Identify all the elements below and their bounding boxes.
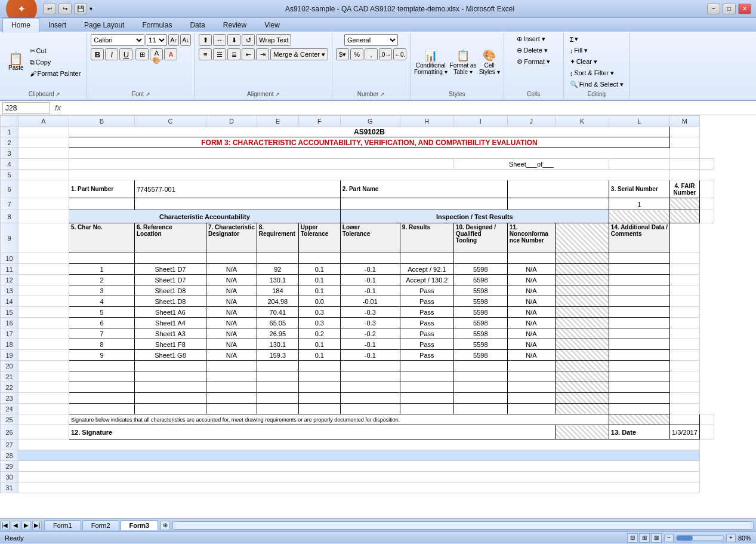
data-tooling-1[interactable]: 5598	[453, 264, 507, 275]
col-header-f[interactable]: F	[298, 116, 340, 127]
cell-l10[interactable]	[609, 253, 669, 264]
cell-a20[interactable]	[18, 361, 69, 371]
cell-d10[interactable]	[206, 253, 257, 264]
cell-m10[interactable]	[670, 253, 700, 264]
data-desig-6[interactable]: N/A	[206, 318, 257, 328]
data-lower-6[interactable]: -0.3	[340, 318, 400, 328]
data-lower-1[interactable]: -0.1	[340, 264, 400, 275]
data-results-8[interactable]: Pass	[400, 339, 453, 350]
cut-button[interactable]: ✂ Cut	[27, 46, 84, 56]
conditional-formatting-button[interactable]: 📊 ConditionalFormatting ▾	[414, 49, 448, 75]
row-header-20[interactable]: 20	[1, 361, 18, 371]
cell-f7[interactable]	[340, 198, 507, 210]
cell-m3[interactable]	[670, 148, 700, 159]
data-comments-5[interactable]	[609, 307, 669, 318]
col-header-h[interactable]: H	[400, 116, 453, 127]
data-lower-3[interactable]: -0.1	[340, 285, 400, 296]
cell-a2[interactable]	[18, 137, 69, 148]
cell-b10[interactable]	[69, 253, 135, 264]
number-format-select[interactable]: General	[344, 34, 398, 46]
cell-i7[interactable]	[507, 198, 609, 210]
cell-m17[interactable]	[670, 328, 700, 339]
font-increase-button[interactable]: A↑	[168, 34, 179, 46]
redo-button[interactable]: ↪	[58, 4, 72, 14]
row-header-30[interactable]: 30	[1, 472, 18, 482]
data-ref-7[interactable]: Sheet1 A3	[135, 328, 206, 339]
row-header-25[interactable]: 25	[1, 414, 18, 425]
data-ref-2[interactable]: Sheet1 D7	[135, 275, 206, 285]
data-nonconf-1[interactable]: N/A	[507, 264, 555, 275]
cell-m19[interactable]	[670, 350, 700, 361]
data-nonconf-6[interactable]: N/A	[507, 318, 555, 328]
undo-button[interactable]: ↩	[43, 4, 56, 14]
date-value-cell[interactable]: 1/3/2017	[670, 425, 700, 439]
sheet-prev-button[interactable]: ◀	[11, 521, 20, 530]
cell-i10[interactable]	[453, 253, 507, 264]
cell-c10[interactable]	[135, 253, 206, 264]
comma-button[interactable]: ,	[365, 48, 378, 60]
row-header-10[interactable]: 10	[1, 253, 18, 264]
font-decrease-button[interactable]: A↓	[180, 34, 191, 46]
data-tooling-9[interactable]: 5598	[453, 350, 507, 361]
row-header-17[interactable]: 17	[1, 328, 18, 339]
align-middle-button[interactable]: ↔	[213, 34, 226, 46]
data-upper-6[interactable]: 0.3	[298, 318, 340, 328]
minimize-button[interactable]: −	[707, 4, 720, 14]
data-nonconf-2[interactable]: N/A	[507, 275, 555, 285]
percent-button[interactable]: %	[350, 48, 363, 60]
find-select-button[interactable]: 🔍 Find & Select ▾	[567, 79, 626, 90]
align-center-button[interactable]: ☰	[213, 48, 226, 60]
col-header-j[interactable]: J	[507, 116, 555, 127]
cell-m11[interactable]	[670, 264, 700, 275]
data-comments-9[interactable]	[609, 350, 669, 361]
cell-m15[interactable]	[670, 307, 700, 318]
col-header-a[interactable]: A	[18, 116, 69, 127]
row-header-11[interactable]: 11	[1, 264, 18, 275]
cell-a8[interactable]	[18, 210, 69, 223]
col-header-b[interactable]: B	[69, 116, 135, 127]
orientation-button[interactable]: ↺	[242, 34, 255, 46]
data-upper-9[interactable]: 0.1	[298, 350, 340, 361]
data-desig-1[interactable]: N/A	[206, 264, 257, 275]
data-lower-2[interactable]: -0.1	[340, 275, 400, 285]
row-header-28[interactable]: 28	[1, 450, 18, 461]
col-header-c[interactable]: C	[135, 116, 206, 127]
row-header-29[interactable]: 29	[1, 461, 18, 472]
decimal-decrease-button[interactable]: ←0.	[393, 48, 406, 60]
data-results-6[interactable]: Pass	[400, 318, 453, 328]
cell-m8[interactable]	[699, 210, 714, 223]
col-header-m[interactable]: M	[670, 116, 700, 127]
cell-m4[interactable]	[699, 159, 714, 170]
data-upper-7[interactable]: 0.2	[298, 328, 340, 339]
format-painter-button[interactable]: 🖌 Format Painter	[27, 69, 84, 78]
cell-reference-input[interactable]	[2, 102, 50, 114]
data-desig-7[interactable]: N/A	[206, 328, 257, 339]
data-desig-4[interactable]: N/A	[206, 296, 257, 307]
data-comments-4[interactable]	[609, 296, 669, 307]
cell-k4[interactable]	[609, 159, 669, 170]
data-char-1[interactable]: 1	[69, 264, 135, 275]
cell-a19[interactable]	[18, 350, 69, 361]
autosum-button[interactable]: Σ ▾	[567, 34, 581, 44]
data-upper-5[interactable]: 0.3	[298, 307, 340, 318]
data-ref-3[interactable]: Sheet1 D8	[135, 285, 206, 296]
tab-insert[interactable]: Insert	[39, 18, 75, 32]
tab-view[interactable]: View	[255, 18, 289, 32]
merge-center-button[interactable]: Merge & Center ▾	[270, 48, 328, 60]
data-desig-5[interactable]: N/A	[206, 307, 257, 318]
data-nonconf-9[interactable]: N/A	[507, 350, 555, 361]
tab-data[interactable]: Data	[181, 18, 214, 32]
cell-a5[interactable]	[18, 170, 69, 180]
cell-styles-button[interactable]: 🎨 CellStyles ▾	[479, 49, 500, 75]
row-header-19[interactable]: 19	[1, 350, 18, 361]
data-tooling-5[interactable]: 5598	[453, 307, 507, 318]
data-results-4[interactable]: Pass	[400, 296, 453, 307]
page-break-view-button[interactable]: ⊠	[651, 533, 662, 543]
row-header-23[interactable]: 23	[1, 393, 18, 404]
data-ref-1[interactable]: Sheet1 D7	[135, 264, 206, 275]
row-header-24[interactable]: 24	[1, 404, 18, 414]
cell-m1[interactable]	[670, 127, 700, 137]
decrease-indent-button[interactable]: ⇤	[242, 48, 255, 60]
increase-indent-button[interactable]: ⇥	[256, 48, 269, 60]
data-results-9[interactable]: Pass	[400, 350, 453, 361]
